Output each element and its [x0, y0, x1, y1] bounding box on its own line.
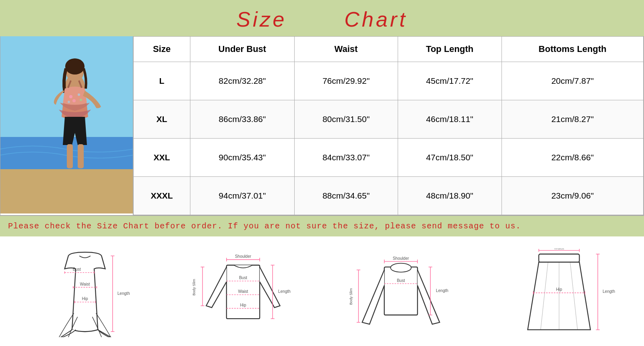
col-header-bottoms-length: Bottoms Length: [502, 37, 643, 62]
svg-text:Bust: Bust: [73, 267, 81, 271]
svg-rect-2: [0, 169, 133, 213]
table-cell: XXXL: [134, 177, 190, 215]
table-cell: 90cm/35.43": [190, 139, 294, 177]
svg-text:Length: Length: [118, 291, 130, 296]
page-title: Size Chart: [236, 8, 407, 31]
table-row: XL86cm/33.86"80cm/31.50"46cm/18.11"21cm/…: [134, 100, 644, 139]
diagram-skirt: Waist Hip Length: [490, 249, 628, 337]
table-cell: L: [134, 62, 190, 100]
dress-diagram-svg: Bust Waist Hip Length: [29, 249, 141, 337]
diagram-dress: Bust Waist Hip Length: [16, 249, 154, 337]
size-table: Size Under Bust Waist Top Length Bottoms…: [133, 36, 644, 215]
svg-text:Hip: Hip: [240, 303, 246, 307]
svg-text:Length: Length: [436, 288, 448, 293]
product-image-cell: [0, 36, 133, 215]
product-image: [0, 36, 133, 213]
svg-rect-8: [67, 144, 73, 168]
table-cell: 45cm/17.72": [398, 62, 502, 100]
table-cell: 23cm/9.06": [502, 177, 643, 215]
svg-text:Waist: Waist: [238, 289, 248, 294]
svg-text:Body Slim: Body Slim: [192, 279, 196, 296]
diagram-section: Bust Waist Hip Length: [0, 236, 644, 345]
svg-text:Waist: Waist: [554, 249, 564, 250]
table-cell: 46cm/18.11": [398, 100, 502, 139]
table-cell: 86cm/33.86": [190, 100, 294, 139]
diagram-sweatshirt: Shoulder Body Slim Bust Length: [332, 249, 470, 337]
svg-point-14: [68, 101, 70, 103]
table-cell: 20cm/7.87": [502, 62, 643, 100]
col-header-waist: Waist: [294, 37, 398, 62]
svg-point-13: [80, 99, 82, 101]
svg-text:Hip: Hip: [556, 287, 562, 292]
table-cell: 84cm/33.07": [294, 139, 398, 177]
long-sleeve-diagram-svg: Shoulder Body Slim Bust Waist Hip: [187, 249, 299, 337]
page-wrapper: Size Chart: [0, 0, 644, 345]
notice-text: Please check the Size Chart before order…: [8, 222, 521, 231]
svg-rect-66: [539, 254, 579, 262]
svg-text:Body Slim: Body Slim: [349, 288, 353, 305]
table-cell: XXL: [134, 139, 190, 177]
svg-text:Length: Length: [603, 289, 615, 294]
table-header-row: Size Under Bust Waist Top Length Bottoms…: [134, 37, 644, 62]
svg-text:Bust: Bust: [239, 276, 247, 280]
size-table-wrapper: Size Under Bust Waist Top Length Bottoms…: [133, 36, 644, 215]
svg-text:Shoulder: Shoulder: [235, 254, 252, 259]
table-section: Size Under Bust Waist Top Length Bottoms…: [0, 36, 644, 215]
svg-point-5: [65, 58, 85, 75]
col-header-under-bust: Under Bust: [190, 37, 294, 62]
table-row: XXL90cm/35.43"84cm/33.07"47cm/18.50"22cm…: [134, 139, 644, 177]
svg-point-51: [391, 263, 411, 272]
svg-point-12: [72, 99, 76, 102]
table-cell: 76cm/29.92": [294, 62, 398, 100]
table-cell: 48cm/18.90": [398, 177, 502, 215]
svg-text:Waist: Waist: [80, 282, 90, 286]
col-header-top-length: Top Length: [398, 37, 502, 62]
svg-point-10: [69, 95, 72, 98]
table-cell: 94cm/37.01": [190, 177, 294, 215]
header-bar: Size Chart: [0, 0, 644, 36]
diagram-long-sleeve: Shoulder Body Slim Bust Waist Hip: [174, 249, 312, 337]
col-header-size: Size: [134, 37, 190, 62]
table-cell: XL: [134, 100, 190, 139]
table-cell: 80cm/31.50": [294, 100, 398, 139]
table-row: L82cm/32.28"76cm/29.92"45cm/17.72"20cm/7…: [134, 62, 644, 100]
notice-bar: Please check the Size Chart before order…: [0, 215, 644, 236]
table-cell: 82cm/32.28": [190, 62, 294, 100]
svg-text:Hip: Hip: [82, 296, 89, 301]
table-cell: 47cm/18.50": [398, 139, 502, 177]
svg-rect-50: [384, 267, 418, 315]
svg-point-11: [78, 93, 80, 96]
table-row: XXXL94cm/37.01"88cm/34.65"48cm/18.90"23c…: [134, 177, 644, 215]
table-cell: 88cm/34.65": [294, 177, 398, 215]
svg-rect-9: [78, 144, 84, 168]
svg-text:Length: Length: [278, 289, 291, 294]
svg-text:Shoulder: Shoulder: [393, 256, 409, 261]
table-cell: 21cm/8.27": [502, 100, 643, 139]
sweatshirt-diagram-svg: Shoulder Body Slim Bust Length: [345, 249, 457, 337]
table-cell: 22cm/8.66": [502, 139, 643, 177]
skirt-diagram-svg: Waist Hip Length: [503, 249, 615, 337]
svg-text:Bust: Bust: [397, 278, 405, 283]
